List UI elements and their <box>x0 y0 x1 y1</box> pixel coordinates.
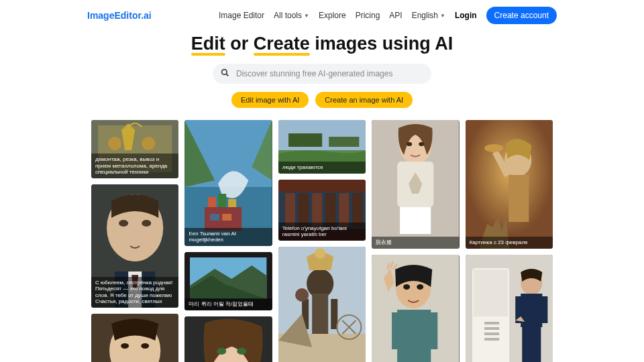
svg-point-30 <box>217 348 227 355</box>
nav-label: All tools <box>274 11 302 20</box>
card-caption: Картинка с 23 февраля <box>466 237 553 249</box>
svg-rect-62 <box>400 164 407 194</box>
svg-rect-82 <box>484 338 499 341</box>
gallery-card[interactable]: Картинка с 23 февраля <box>466 120 553 249</box>
nav-label: Explore <box>319 11 346 20</box>
svg-point-5 <box>142 137 155 150</box>
gallery-card[interactable] <box>184 316 272 362</box>
svg-point-58 <box>407 142 412 146</box>
svg-point-59 <box>419 142 424 146</box>
nav-image-editor[interactable]: Image Editor <box>219 11 264 20</box>
hero-title: Edit or Create images using AI <box>0 34 644 54</box>
gallery-card[interactable]: Танос 230 <box>466 255 553 362</box>
create-account-button[interactable]: Create account <box>486 7 557 24</box>
svg-rect-61 <box>400 207 431 234</box>
card-caption: Een Tsunami van AI mogelijkheden <box>184 228 272 246</box>
svg-point-49 <box>315 248 325 259</box>
logo[interactable]: ImageEditor.ai <box>87 10 152 21</box>
svg-rect-41 <box>312 193 322 227</box>
svg-rect-86 <box>539 296 547 323</box>
gallery-card[interactable]: Telefon o'ynayotgan bo'lani rasmini yara… <box>278 180 366 241</box>
svg-point-75 <box>484 144 503 152</box>
gallery: демонтаж, резка, вывоз и прием металлоло… <box>0 120 644 362</box>
svg-rect-22 <box>219 194 227 207</box>
nav-language[interactable]: English▼ <box>412 11 445 20</box>
svg-rect-78 <box>474 269 508 316</box>
gallery-card[interactable]: 火影小心购买 <box>372 255 459 362</box>
svg-point-15 <box>141 343 149 349</box>
svg-rect-70 <box>428 312 437 349</box>
svg-rect-44 <box>352 193 362 227</box>
svg-rect-69 <box>392 312 401 349</box>
svg-rect-39 <box>285 193 295 227</box>
nav-api[interactable]: API <box>389 11 402 20</box>
svg-rect-23 <box>229 199 237 207</box>
svg-rect-68 <box>397 310 431 362</box>
svg-rect-74 <box>508 175 529 222</box>
card-caption: 脱衣服 <box>372 237 459 249</box>
svg-rect-43 <box>339 193 349 227</box>
hero-word-create: Create <box>254 34 310 54</box>
svg-point-14 <box>121 343 129 349</box>
gallery-card[interactable]: демонтаж, резка, вывоз и прием металлоло… <box>91 120 178 178</box>
search-input[interactable] <box>236 69 423 78</box>
svg-rect-35 <box>329 137 359 147</box>
chevron-down-icon: ▼ <box>440 13 445 19</box>
nav-label: English <box>412 11 438 20</box>
card-caption: 마리 퀴리 어릴 적/젊었을때 <box>184 298 272 310</box>
chevron-down-icon: ▼ <box>304 13 309 19</box>
svg-rect-40 <box>299 193 309 227</box>
svg-line-1 <box>226 74 228 76</box>
gallery-card[interactable]: С юбилеем, сестрёнка родная! Пятьдесят —… <box>91 184 178 308</box>
search-icon <box>221 68 229 80</box>
svg-rect-21 <box>209 197 217 207</box>
gallery-card[interactable] <box>91 314 178 362</box>
nav-label: API <box>389 11 402 20</box>
gallery-card[interactable]: 脱衣服 <box>372 120 459 249</box>
nav-label: Login <box>455 11 477 20</box>
gallery-card[interactable]: люди трахаются <box>278 120 366 174</box>
svg-rect-81 <box>484 333 499 335</box>
hero-word-rest: images using AI <box>315 34 453 54</box>
svg-rect-84 <box>521 294 542 327</box>
nav-login[interactable]: Login <box>455 11 477 20</box>
svg-rect-37 <box>278 180 366 192</box>
svg-rect-24 <box>211 214 220 221</box>
gallery-card[interactable]: Танос и нам по из игры кальмара целуются <box>278 247 366 362</box>
card-caption: Telefon o'ynayotgan bo'lani rasmini yara… <box>278 223 366 241</box>
svg-rect-48 <box>312 294 328 334</box>
hero-word-or: or <box>230 34 248 54</box>
svg-rect-34 <box>288 133 322 147</box>
svg-rect-42 <box>325 193 335 227</box>
svg-rect-63 <box>424 164 431 194</box>
nav-label: Pricing <box>356 11 380 20</box>
svg-rect-87 <box>522 327 541 362</box>
nav-pricing[interactable]: Pricing <box>356 11 380 20</box>
gallery-card[interactable]: 마리 퀴리 어릴 적/젊었을때 <box>184 252 272 310</box>
svg-point-8 <box>119 220 128 227</box>
svg-point-67 <box>417 284 423 290</box>
svg-rect-80 <box>484 327 499 330</box>
svg-point-66 <box>403 284 410 290</box>
svg-point-4 <box>108 137 121 150</box>
edit-image-button[interactable]: Edit image with AI <box>231 92 309 108</box>
svg-point-0 <box>222 70 227 75</box>
card-caption: демонтаж, резка, вывоз и прием металлоло… <box>91 154 178 178</box>
svg-rect-25 <box>223 214 232 221</box>
nav-bar: Image Editor All tools▼ Explore Pricing … <box>219 7 557 24</box>
svg-point-9 <box>142 220 151 227</box>
svg-point-52 <box>295 288 309 302</box>
nav-all-tools[interactable]: All tools▼ <box>274 11 309 20</box>
gallery-card[interactable]: Een Tsunami van AI mogelijkheden <box>184 120 272 246</box>
svg-point-31 <box>237 348 247 355</box>
svg-rect-79 <box>484 322 499 324</box>
nav-label: Image Editor <box>219 11 264 20</box>
hero-word-edit: Edit <box>191 34 225 54</box>
nav-explore[interactable]: Explore <box>319 11 346 20</box>
search-bar[interactable] <box>213 64 431 84</box>
create-image-button[interactable]: Create an image with AI <box>315 92 413 108</box>
card-caption: люди трахаются <box>278 162 366 174</box>
card-caption: С юбилеем, сестрёнка родная! Пятьдесят —… <box>91 277 178 308</box>
